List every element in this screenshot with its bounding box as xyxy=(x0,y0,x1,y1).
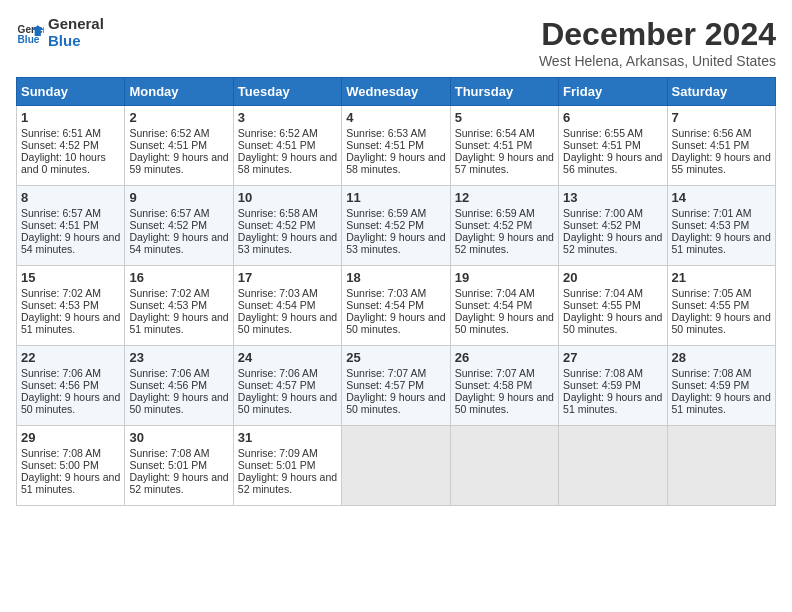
day-number: 14 xyxy=(672,190,771,205)
calendar-cell: 18Sunrise: 7:03 AMSunset: 4:54 PMDayligh… xyxy=(342,266,450,346)
cell-info: Sunrise: 7:02 AMSunset: 4:53 PMDaylight:… xyxy=(129,287,228,335)
cell-info: Sunrise: 7:02 AMSunset: 4:53 PMDaylight:… xyxy=(21,287,120,335)
day-number: 16 xyxy=(129,270,228,285)
calendar-header-cell: Monday xyxy=(125,78,233,106)
calendar-cell: 16Sunrise: 7:02 AMSunset: 4:53 PMDayligh… xyxy=(125,266,233,346)
cell-info: Sunrise: 7:06 AMSunset: 4:56 PMDaylight:… xyxy=(21,367,120,415)
calendar-cell: 11Sunrise: 6:59 AMSunset: 4:52 PMDayligh… xyxy=(342,186,450,266)
day-number: 27 xyxy=(563,350,662,365)
day-number: 15 xyxy=(21,270,120,285)
calendar-week-row: 22Sunrise: 7:06 AMSunset: 4:56 PMDayligh… xyxy=(17,346,776,426)
calendar-cell: 23Sunrise: 7:06 AMSunset: 4:56 PMDayligh… xyxy=(125,346,233,426)
calendar-header-cell: Friday xyxy=(559,78,667,106)
cell-info: Sunrise: 7:05 AMSunset: 4:55 PMDaylight:… xyxy=(672,287,771,335)
cell-info: Sunrise: 7:01 AMSunset: 4:53 PMDaylight:… xyxy=(672,207,771,255)
calendar-cell: 8Sunrise: 6:57 AMSunset: 4:51 PMDaylight… xyxy=(17,186,125,266)
calendar-cell: 17Sunrise: 7:03 AMSunset: 4:54 PMDayligh… xyxy=(233,266,341,346)
cell-info: Sunrise: 6:54 AMSunset: 4:51 PMDaylight:… xyxy=(455,127,554,175)
calendar-cell: 24Sunrise: 7:06 AMSunset: 4:57 PMDayligh… xyxy=(233,346,341,426)
cell-info: Sunrise: 7:07 AMSunset: 4:58 PMDaylight:… xyxy=(455,367,554,415)
cell-info: Sunrise: 7:03 AMSunset: 4:54 PMDaylight:… xyxy=(238,287,337,335)
calendar-cell: 2Sunrise: 6:52 AMSunset: 4:51 PMDaylight… xyxy=(125,106,233,186)
calendar-cell: 1Sunrise: 6:51 AMSunset: 4:52 PMDaylight… xyxy=(17,106,125,186)
calendar-header-cell: Sunday xyxy=(17,78,125,106)
cell-info: Sunrise: 7:08 AMSunset: 5:00 PMDaylight:… xyxy=(21,447,120,495)
day-number: 17 xyxy=(238,270,337,285)
day-number: 5 xyxy=(455,110,554,125)
day-number: 11 xyxy=(346,190,445,205)
day-number: 20 xyxy=(563,270,662,285)
logo-line2: Blue xyxy=(48,33,104,50)
calendar-week-row: 29Sunrise: 7:08 AMSunset: 5:00 PMDayligh… xyxy=(17,426,776,506)
day-number: 22 xyxy=(21,350,120,365)
day-number: 23 xyxy=(129,350,228,365)
calendar-week-row: 15Sunrise: 7:02 AMSunset: 4:53 PMDayligh… xyxy=(17,266,776,346)
day-number: 3 xyxy=(238,110,337,125)
calendar-cell xyxy=(450,426,558,506)
calendar-cell: 7Sunrise: 6:56 AMSunset: 4:51 PMDaylight… xyxy=(667,106,775,186)
calendar-header-cell: Tuesday xyxy=(233,78,341,106)
day-number: 7 xyxy=(672,110,771,125)
cell-info: Sunrise: 7:00 AMSunset: 4:52 PMDaylight:… xyxy=(563,207,662,255)
logo-line1: General xyxy=(48,16,104,33)
cell-info: Sunrise: 7:06 AMSunset: 4:57 PMDaylight:… xyxy=(238,367,337,415)
day-number: 25 xyxy=(346,350,445,365)
cell-info: Sunrise: 7:03 AMSunset: 4:54 PMDaylight:… xyxy=(346,287,445,335)
calendar-header: SundayMondayTuesdayWednesdayThursdayFrid… xyxy=(17,78,776,106)
calendar-cell xyxy=(667,426,775,506)
calendar-cell: 26Sunrise: 7:07 AMSunset: 4:58 PMDayligh… xyxy=(450,346,558,426)
day-number: 8 xyxy=(21,190,120,205)
calendar-week-row: 1Sunrise: 6:51 AMSunset: 4:52 PMDaylight… xyxy=(17,106,776,186)
calendar-header-cell: Wednesday xyxy=(342,78,450,106)
calendar-cell: 10Sunrise: 6:58 AMSunset: 4:52 PMDayligh… xyxy=(233,186,341,266)
day-number: 19 xyxy=(455,270,554,285)
cell-info: Sunrise: 6:55 AMSunset: 4:51 PMDaylight:… xyxy=(563,127,662,175)
calendar-cell: 30Sunrise: 7:08 AMSunset: 5:01 PMDayligh… xyxy=(125,426,233,506)
day-number: 28 xyxy=(672,350,771,365)
cell-info: Sunrise: 6:53 AMSunset: 4:51 PMDaylight:… xyxy=(346,127,445,175)
calendar-cell: 6Sunrise: 6:55 AMSunset: 4:51 PMDaylight… xyxy=(559,106,667,186)
calendar-cell: 13Sunrise: 7:00 AMSunset: 4:52 PMDayligh… xyxy=(559,186,667,266)
page-subtitle: West Helena, Arkansas, United States xyxy=(539,53,776,69)
cell-info: Sunrise: 6:59 AMSunset: 4:52 PMDaylight:… xyxy=(346,207,445,255)
title-block: December 2024 West Helena, Arkansas, Uni… xyxy=(539,16,776,69)
calendar-cell: 4Sunrise: 6:53 AMSunset: 4:51 PMDaylight… xyxy=(342,106,450,186)
page-title: December 2024 xyxy=(539,16,776,53)
day-number: 29 xyxy=(21,430,120,445)
cell-info: Sunrise: 6:51 AMSunset: 4:52 PMDaylight:… xyxy=(21,127,106,175)
calendar-cell: 14Sunrise: 7:01 AMSunset: 4:53 PMDayligh… xyxy=(667,186,775,266)
calendar-cell: 12Sunrise: 6:59 AMSunset: 4:52 PMDayligh… xyxy=(450,186,558,266)
calendar-header-cell: Thursday xyxy=(450,78,558,106)
calendar-cell: 20Sunrise: 7:04 AMSunset: 4:55 PMDayligh… xyxy=(559,266,667,346)
calendar-cell: 31Sunrise: 7:09 AMSunset: 5:01 PMDayligh… xyxy=(233,426,341,506)
day-number: 12 xyxy=(455,190,554,205)
cell-info: Sunrise: 7:07 AMSunset: 4:57 PMDaylight:… xyxy=(346,367,445,415)
calendar-cell: 3Sunrise: 6:52 AMSunset: 4:51 PMDaylight… xyxy=(233,106,341,186)
logo: General Blue General Blue xyxy=(16,16,104,49)
cell-info: Sunrise: 6:57 AMSunset: 4:52 PMDaylight:… xyxy=(129,207,228,255)
day-number: 6 xyxy=(563,110,662,125)
cell-info: Sunrise: 6:56 AMSunset: 4:51 PMDaylight:… xyxy=(672,127,771,175)
calendar-cell: 15Sunrise: 7:02 AMSunset: 4:53 PMDayligh… xyxy=(17,266,125,346)
cell-info: Sunrise: 7:08 AMSunset: 5:01 PMDaylight:… xyxy=(129,447,228,495)
cell-info: Sunrise: 6:58 AMSunset: 4:52 PMDaylight:… xyxy=(238,207,337,255)
cell-info: Sunrise: 6:52 AMSunset: 4:51 PMDaylight:… xyxy=(129,127,228,175)
cell-info: Sunrise: 6:59 AMSunset: 4:52 PMDaylight:… xyxy=(455,207,554,255)
calendar-week-row: 8Sunrise: 6:57 AMSunset: 4:51 PMDaylight… xyxy=(17,186,776,266)
day-number: 9 xyxy=(129,190,228,205)
calendar-cell: 5Sunrise: 6:54 AMSunset: 4:51 PMDaylight… xyxy=(450,106,558,186)
cell-info: Sunrise: 6:57 AMSunset: 4:51 PMDaylight:… xyxy=(21,207,120,255)
day-number: 10 xyxy=(238,190,337,205)
cell-info: Sunrise: 7:06 AMSunset: 4:56 PMDaylight:… xyxy=(129,367,228,415)
calendar-cell: 9Sunrise: 6:57 AMSunset: 4:52 PMDaylight… xyxy=(125,186,233,266)
day-number: 21 xyxy=(672,270,771,285)
calendar-header-cell: Saturday xyxy=(667,78,775,106)
day-number: 30 xyxy=(129,430,228,445)
cell-info: Sunrise: 7:04 AMSunset: 4:54 PMDaylight:… xyxy=(455,287,554,335)
calendar-cell: 22Sunrise: 7:06 AMSunset: 4:56 PMDayligh… xyxy=(17,346,125,426)
calendar-cell: 29Sunrise: 7:08 AMSunset: 5:00 PMDayligh… xyxy=(17,426,125,506)
calendar-cell xyxy=(342,426,450,506)
day-number: 24 xyxy=(238,350,337,365)
calendar-cell: 19Sunrise: 7:04 AMSunset: 4:54 PMDayligh… xyxy=(450,266,558,346)
day-number: 26 xyxy=(455,350,554,365)
